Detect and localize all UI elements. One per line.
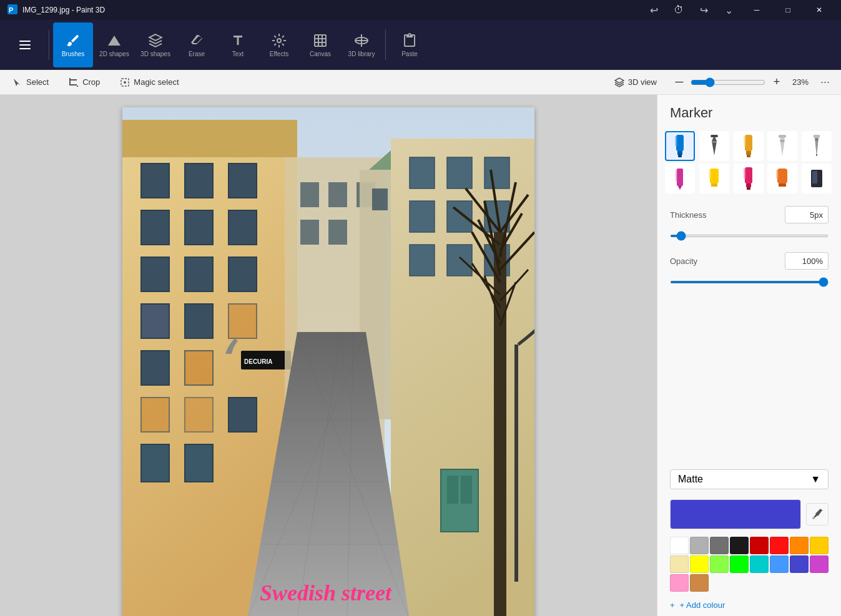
svg-rect-3 <box>19 44 31 46</box>
color-yellow[interactable] <box>690 555 709 573</box>
svg-rect-43 <box>410 157 435 188</box>
view3d-action-button[interactable]: 3D view <box>609 75 662 90</box>
zoom-slider[interactable] <box>691 77 765 87</box>
svg-rect-82 <box>711 183 717 187</box>
brush-pixel[interactable] <box>734 164 764 193</box>
brush-marker2[interactable] <box>767 164 797 193</box>
undo-button[interactable]: ↩ <box>642 0 665 20</box>
minimize-button[interactable]: ─ <box>742 0 771 20</box>
plus-icon: + <box>670 600 675 610</box>
brush-oil[interactable] <box>734 131 764 161</box>
svg-rect-30 <box>229 398 257 432</box>
text-button[interactable]: Text <box>218 22 258 67</box>
zoom-in-button[interactable]: + <box>769 75 784 90</box>
brush-spray[interactable] <box>802 164 832 193</box>
svg-rect-35 <box>328 182 347 207</box>
svg-rect-45 <box>484 157 509 188</box>
opacity-value-input[interactable] <box>785 252 829 270</box>
brush-pencil[interactable] <box>802 131 832 161</box>
eyedropper-button[interactable] <box>806 503 829 526</box>
color-cream[interactable] <box>670 555 689 573</box>
crop-action-button[interactable]: Crop <box>64 75 105 90</box>
magic-select-button[interactable]: Magic select <box>115 75 184 90</box>
brush-highlighter[interactable] <box>699 164 729 193</box>
opacity-slider[interactable] <box>670 281 829 283</box>
current-color-swatch[interactable] <box>670 499 801 529</box>
canvas-image: DECURIA <box>122 107 534 616</box>
paste-button[interactable]: Paste <box>390 22 430 67</box>
svg-rect-64 <box>514 345 518 582</box>
color-green[interactable] <box>730 555 749 573</box>
color-indigo[interactable] <box>790 555 809 573</box>
erase-button[interactable]: Erase <box>177 22 217 67</box>
brush-grid <box>657 129 841 201</box>
thickness-value-input[interactable] <box>785 206 829 223</box>
color-darkred[interactable] <box>750 537 769 554</box>
svg-rect-92 <box>812 171 817 183</box>
file-menu-button[interactable] <box>5 22 45 67</box>
color-cyan[interactable] <box>750 555 769 573</box>
svg-rect-14 <box>229 164 257 198</box>
spacer <box>657 293 841 464</box>
svg-rect-17 <box>229 210 257 245</box>
color-lime[interactable] <box>710 555 729 573</box>
brush-crayon[interactable] <box>665 164 695 193</box>
shapes-3d-button[interactable]: 3D shapes <box>135 22 175 67</box>
color-gold[interactable] <box>810 537 829 554</box>
brush-marker[interactable] <box>665 131 695 161</box>
history-button[interactable]: ⏱ <box>667 0 690 20</box>
window-controls: ─ □ ✕ <box>742 0 834 20</box>
add-colour-button[interactable]: + + Add colour <box>657 594 841 616</box>
more-options-button[interactable]: ··· <box>817 74 834 90</box>
canvas-area[interactable]: DECURIA <box>0 95 657 616</box>
zoom-out-button[interactable]: ─ <box>672 75 687 90</box>
brushes-button[interactable]: Brushes <box>53 22 93 67</box>
effects-label: Effects <box>270 51 288 57</box>
svg-text:P: P <box>9 6 13 14</box>
thickness-slider[interactable] <box>670 235 829 237</box>
svg-rect-81 <box>710 169 719 183</box>
close-button[interactable]: ✕ <box>805 0 834 20</box>
color-orange[interactable] <box>790 537 809 554</box>
color-white[interactable] <box>670 537 689 554</box>
svg-rect-71 <box>675 136 677 146</box>
finish-dropdown[interactable]: Matte ▼ <box>670 469 829 489</box>
color-pink[interactable] <box>670 574 689 592</box>
main-content: DECURIA <box>0 95 841 616</box>
svg-rect-69 <box>677 151 682 155</box>
add-colour-label: + Add colour <box>680 600 725 610</box>
maximize-button[interactable]: □ <box>774 0 802 20</box>
color-blue[interactable] <box>770 555 789 573</box>
svg-rect-20 <box>229 257 257 291</box>
opacity-label-row: Opacity <box>670 252 829 270</box>
chevron-down-icon: ▼ <box>810 474 820 485</box>
shapes-2d-button[interactable]: 2D shapes <box>94 22 134 67</box>
svg-rect-46 <box>410 201 435 232</box>
color-purple[interactable] <box>810 555 829 573</box>
color-palette <box>657 534 841 594</box>
svg-rect-32 <box>185 444 213 482</box>
color-lightgray[interactable] <box>690 537 709 554</box>
3dview-button[interactable]: 3D library <box>342 22 381 67</box>
svg-rect-70 <box>678 155 682 157</box>
color-gray[interactable] <box>710 537 729 554</box>
svg-rect-50 <box>447 245 472 276</box>
svg-rect-22 <box>185 304 213 338</box>
color-red[interactable] <box>770 537 789 554</box>
svg-rect-31 <box>141 444 169 482</box>
brush-watercolor[interactable] <box>767 131 797 161</box>
text-label: Text <box>232 51 243 57</box>
redo-button[interactable]: ↪ <box>692 0 715 20</box>
action-bar: Select Crop Magic select 3D view ─ + 23%… <box>0 70 841 95</box>
toolbar-separator-2 <box>385 30 386 60</box>
more-button[interactable]: ⌄ <box>717 0 740 20</box>
svg-rect-26 <box>141 351 169 385</box>
svg-rect-90 <box>776 170 779 178</box>
color-brown[interactable] <box>690 574 709 592</box>
brush-calligraphy[interactable] <box>699 131 729 161</box>
select-button[interactable]: Select <box>7 75 54 90</box>
canvas-button[interactable]: Canvas <box>300 22 340 67</box>
color-black[interactable] <box>730 537 749 554</box>
effects-button[interactable]: Effects <box>259 22 299 67</box>
thickness-label-row: Thickness <box>670 206 829 223</box>
